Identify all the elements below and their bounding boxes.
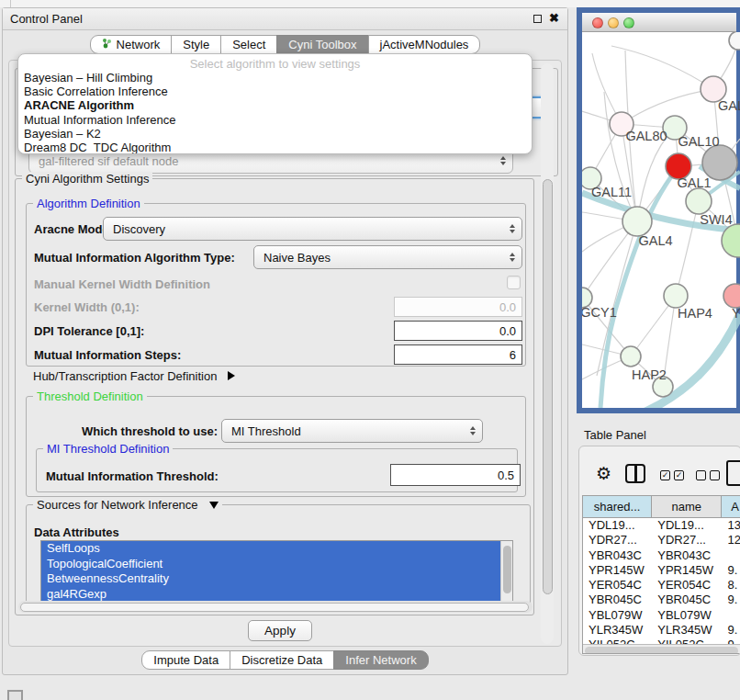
network-edge[interactable] [637, 314, 740, 408]
node-label-gal10: GAL10 [678, 134, 719, 149]
algorithm-option-basic-correlation-inference[interactable]: Basic Correlation Inference [18, 85, 532, 98]
table-row[interactable]: YER054CYER054C8. [583, 578, 740, 593]
minimized-panel-icon[interactable] [7, 690, 23, 700]
hub-definition-toggle[interactable]: Hub/Transcription Factor Definition [33, 369, 235, 383]
table-cell [722, 548, 740, 563]
mi-type-combo[interactable]: Naive Bayes [253, 245, 522, 269]
network-icon [102, 38, 112, 51]
horizontal-scrollbar[interactable] [18, 601, 533, 613]
algorithm-option-bayesian-hill-climbing[interactable]: Bayesian – Hill Climbing [18, 71, 532, 85]
tab-infer-network[interactable]: Infer Network [333, 650, 428, 670]
mi-threshold-value: 0.5 [498, 469, 514, 482]
aracne-mode-combo[interactable]: Discovery [103, 217, 522, 241]
attribute-item-selfloops[interactable]: SelfLoops [41, 541, 512, 557]
dpi-tolerance-field[interactable]: 0.0 [394, 321, 522, 341]
mi-steps-field[interactable]: 6 [394, 344, 522, 365]
algorithm-option-dream8-dc-tdc-algorithm[interactable]: Dream8 DC_TDC Algorithm [18, 141, 532, 154]
tab-label: Style [183, 38, 209, 51]
which-threshold-label: Which threshold to use: [82, 424, 218, 438]
table-horizontal-scrollbar[interactable] [583, 644, 740, 654]
vertical-scrollbar[interactable] [541, 63, 554, 644]
node-label-gal4: GAL4 [638, 233, 672, 248]
table-row[interactable]: YPR145WYPR145W9. [583, 563, 740, 578]
minimize-light[interactable] [608, 17, 619, 28]
kernel-width-field[interactable]: 0.0 [394, 297, 522, 317]
table-row[interactable]: YBR045CYBR045C9. [583, 593, 740, 607]
unchecked-box-icon[interactable] [710, 470, 720, 480]
table-cell: 13 [722, 518, 740, 533]
table-row[interactable]: YBL079WYBL079W [583, 608, 740, 623]
network-canvas[interactable]: GALGAL80GAL10GAL1GAL11SWI4GAL4GCY1HAP4YH… [582, 32, 740, 408]
table-cell: YER054C [583, 578, 652, 593]
table-cell: YPR145W [583, 563, 652, 578]
tab-label: Impute Data [153, 653, 219, 667]
tab-cyni-toolbox[interactable]: Cyni Toolbox [276, 35, 368, 54]
list-scrollbar[interactable] [500, 541, 512, 605]
mi-type-value: Naive Bayes [263, 251, 331, 265]
algorithm-option-bayesian-k2[interactable]: Bayesian – K2 [18, 127, 532, 141]
tab-select[interactable]: Select [220, 35, 277, 54]
network-node-gal4[interactable] [622, 207, 652, 236]
node-label-gal: GAL [718, 98, 740, 113]
node-label-y: Y [732, 306, 740, 321]
unchecked-box-icon[interactable] [696, 470, 706, 480]
network-node[interactable] [729, 32, 740, 50]
algorithm-option-mutual-information-inference[interactable]: Mutual Information Inference [18, 113, 532, 127]
table-cell: YLR345W [583, 623, 652, 638]
tab-label: Select [232, 38, 265, 51]
which-threshold-combo[interactable]: MI Threshold [221, 419, 483, 443]
gear-icon[interactable]: ⚙ [596, 465, 611, 482]
attribute-item-betweennesscentrality[interactable]: BetweennessCentrality [41, 571, 512, 587]
network-node-swi4[interactable] [686, 188, 712, 214]
table-row[interactable]: YLR345WYLR345W9. [583, 623, 740, 638]
attribute-item-gal4rgexp[interactable]: gal4RGexp [41, 587, 512, 603]
mi-threshold-group: MI Threshold Definition Mutual Informati… [36, 448, 518, 492]
attribute-item-topologicalcoefficient[interactable]: TopologicalCoefficient [41, 557, 512, 572]
table-row[interactable]: YDL19...YDL19...13 [583, 518, 740, 533]
tab-impute-data[interactable]: Impute Data [141, 650, 230, 670]
checked-box-icon[interactable]: ✓ [660, 470, 670, 480]
algorithm-definition-group: Algorithm Definition Aracne Mode: Discov… [26, 203, 526, 367]
algorithm-definition-title: Algorithm Definition [33, 197, 144, 210]
data-attributes-list[interactable]: SelfLoopsTopologicalCoefficientBetweenne… [40, 540, 513, 606]
tab-network[interactable]: Network [90, 35, 173, 54]
column-header-name[interactable]: name [652, 496, 722, 517]
tab-label: Network [117, 38, 161, 51]
columns-icon[interactable] [625, 464, 645, 483]
algorithm-option-aracne-algorithm[interactable]: ARACNE Algorithm [18, 98, 532, 112]
float-window-icon[interactable] [533, 15, 542, 23]
document-icon[interactable] [726, 460, 740, 486]
aracne-mode-value: Discovery [113, 222, 165, 236]
node-label-gal11: GAL11 [591, 185, 632, 199]
network-edge[interactable] [676, 201, 699, 296]
close-icon[interactable]: ✖ [549, 11, 559, 25]
dpi-tolerance-label: DPI Tolerance [0,1]: [34, 324, 144, 338]
sources-group-title[interactable]: Sources for Network Inference [33, 498, 222, 512]
column-header-shared[interactable]: shared... [583, 496, 652, 517]
zoom-light[interactable] [623, 17, 634, 28]
manual-kernel-checkbox[interactable] [507, 276, 521, 289]
column-header-a[interactable]: A [722, 496, 740, 517]
table-cell: YER054C [652, 578, 722, 593]
mi-steps-label: Mutual Information Steps: [34, 348, 181, 362]
table-row[interactable]: YDR27...YDR27...12 [583, 533, 740, 548]
mi-threshold-field[interactable]: 0.5 [390, 464, 521, 486]
control-panel-window: Control Panel ✖ NetworkStyleSelectCyni T… [2, 7, 568, 675]
mi-threshold-group-title: MI Threshold Definition [43, 442, 173, 456]
tab-discretize-data[interactable]: Discretize Data [230, 650, 334, 670]
checked-box-icon[interactable]: ✓ [674, 470, 684, 480]
network-node-y[interactable] [723, 284, 740, 308]
close-light[interactable] [592, 17, 603, 28]
tab-style[interactable]: Style [171, 35, 221, 54]
table-row[interactable]: YBR043CYBR043C [583, 548, 740, 563]
apply-button[interactable]: Apply [248, 620, 312, 641]
kernel-width-label: Kernel Width (0,1): [34, 300, 140, 314]
top-strip [0, 0, 740, 7]
collapse-down-icon [209, 502, 219, 509]
table-body: YDL19...YDL19...13YDR27...YDR27...12YBR0… [583, 518, 740, 653]
table-cell: 9. [722, 563, 740, 578]
network-node-hap2[interactable] [621, 346, 641, 367]
network-node-hap4[interactable] [664, 284, 688, 308]
tab-jactivemnodules[interactable]: jActiveMNodules [368, 35, 481, 54]
manual-kernel-label: Manual Kernel Width Definition [34, 277, 210, 291]
